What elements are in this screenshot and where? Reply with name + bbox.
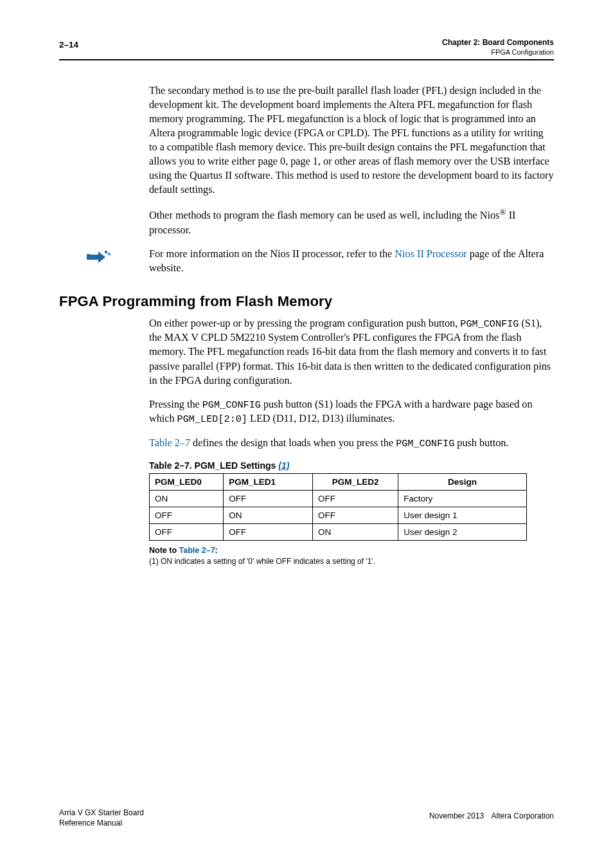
pgm-led-table: PGM_LED0 PGM_LED1 PGM_LED2 Design ON OFF…	[149, 473, 527, 541]
text: On either power-up or by pressing the pr…	[149, 318, 460, 329]
cell: OFF	[224, 523, 313, 540]
table-row: OFF ON OFF User design 1	[150, 507, 527, 523]
header-chapter: Chapter 2: Board Components	[442, 37, 554, 48]
cell: OFF	[224, 490, 313, 507]
note-table-link[interactable]: Table 2–7	[179, 546, 215, 555]
col-pgm-led2: PGM_LED2	[312, 473, 398, 490]
col-pgm-led1: PGM_LED1	[224, 473, 313, 490]
cell: OFF	[312, 490, 398, 507]
cell: User design 2	[398, 523, 527, 540]
cell: OFF	[150, 523, 224, 540]
cell: OFF	[150, 507, 224, 523]
text: :	[215, 546, 218, 555]
header-rule	[59, 59, 554, 60]
body-column: The secondary method is to use the pre-b…	[149, 84, 554, 566]
svg-point-1	[105, 251, 107, 253]
footer-left: Arria V GX Starter Board Reference Manua…	[59, 808, 144, 828]
text: push button.	[454, 437, 508, 449]
text: Pressing the	[149, 399, 202, 410]
code-pgm-led-range: PGM_LED[2:0]	[177, 413, 247, 425]
col-design: Design	[398, 473, 527, 490]
code-pgm-config-3: PGM_CONFIG	[396, 438, 454, 449]
text: Note to	[149, 546, 179, 555]
header-right: Chapter 2: Board Components FPGA Configu…	[442, 37, 554, 57]
cell: OFF	[312, 507, 398, 523]
header-page-number: 2–14	[59, 40, 78, 50]
table-header-row: PGM_LED0 PGM_LED1 PGM_LED2 Design	[150, 473, 527, 490]
paragraph-nios-methods: Other methods to program the flash memor…	[149, 206, 554, 237]
cell: ON	[312, 523, 398, 540]
section-heading-fpga-prog: FPGA Programming from Flash Memory	[59, 293, 554, 310]
col-pgm-led0: PGM_LED0	[150, 473, 224, 490]
text: defines the design that loads when you p…	[190, 437, 396, 449]
footer-doc-type: Reference Manual	[59, 818, 144, 828]
paragraph-pfl-description: The secondary method is to use the pre-b…	[149, 84, 554, 197]
note-body: (1) ON indicates a setting of '0' while …	[149, 557, 554, 566]
header-subsection: FPGA Configuration	[442, 48, 554, 57]
note-heading: Note to Table 2–7:	[149, 546, 554, 555]
text: For more information on the Nios II proc…	[149, 248, 395, 260]
table-row: OFF OFF ON User design 2	[150, 523, 527, 540]
cell: Factory	[398, 490, 527, 507]
cell: ON	[224, 507, 313, 523]
table-row: ON OFF OFF Factory	[150, 490, 527, 507]
text: LED (D11, D12, D13) illuminates.	[247, 413, 395, 424]
table-2-7-link[interactable]: Table 2–7	[149, 437, 190, 449]
cell: User design 1	[398, 507, 527, 523]
paragraph-table-ref: Table 2–7 defines the design that loads …	[149, 436, 554, 451]
pointer-icon	[86, 248, 112, 265]
text: Other methods to program the flash memor…	[149, 210, 499, 222]
footer-right: November 2013 Altera Corporation	[429, 811, 554, 820]
footer-board-name: Arria V GX Starter Board	[59, 808, 144, 818]
table-caption: Table 2–7. PGM_LED Settings (1)	[149, 460, 554, 471]
svg-rect-0	[87, 254, 90, 260]
code-pgm-config: PGM_CONFIG	[460, 318, 519, 330]
paragraph-nios-link: For more information on the Nios II proc…	[149, 247, 554, 275]
table-footnote-link[interactable]: (1)	[278, 460, 289, 471]
svg-point-2	[108, 253, 111, 255]
code-pgm-config-2: PGM_CONFIG	[202, 399, 261, 411]
paragraph-pgm-led: Pressing the PGM_CONFIG push button (S1)…	[149, 397, 554, 426]
paragraph-powerup: On either power-up or by pressing the pr…	[149, 316, 554, 388]
table-caption-text: Table 2–7. PGM_LED Settings	[149, 460, 278, 471]
registered-mark: ®	[499, 207, 506, 217]
page: 2–14 Chapter 2: Board Components FPGA Co…	[0, 0, 613, 868]
cell: ON	[150, 490, 224, 507]
nios-processor-link[interactable]: Nios II Processor	[395, 248, 466, 260]
